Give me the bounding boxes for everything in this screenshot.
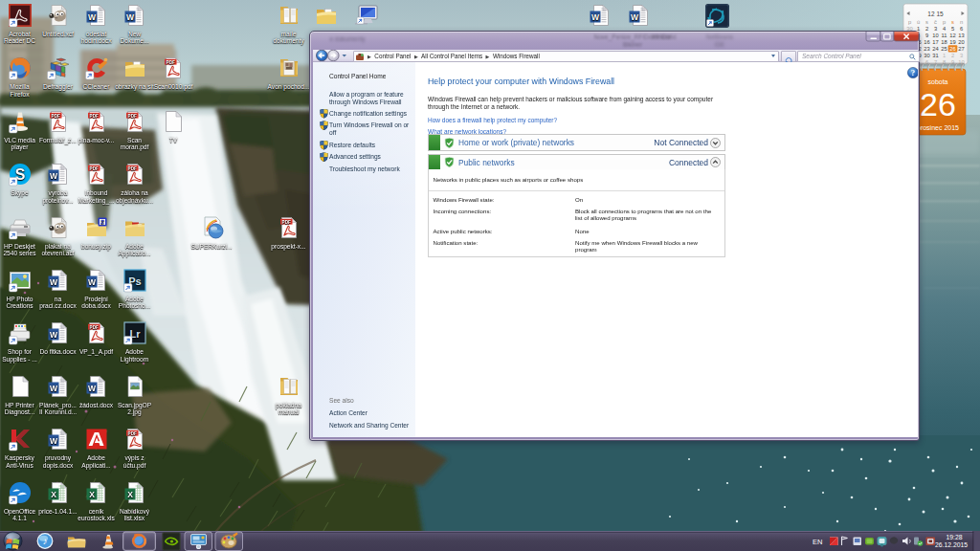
svg-text:27: 27 [958,46,964,52]
svg-text:26.12.2015: 26.12.2015 [935,541,968,548]
svg-text:19: 19 [949,39,955,45]
svg-text:3: 3 [960,53,963,58]
svg-text:17: 17 [932,39,938,45]
svg-text:č: č [934,19,937,25]
svg-text:♪: ♪ [43,536,48,546]
svg-text:sobota: sobota [927,78,947,85]
svg-text:12 15: 12 15 [927,11,944,17]
svg-text:p: p [908,19,911,25]
svg-text:26: 26 [949,46,955,52]
svg-text:18: 18 [941,39,947,45]
svg-text:s: s [925,19,928,25]
svg-text:13: 13 [958,33,964,38]
svg-text:10: 10 [932,33,938,38]
svg-text:31: 31 [932,53,938,58]
svg-text:23: 23 [924,46,929,52]
svg-text:16: 16 [924,39,929,45]
svg-text:p: p [943,19,946,25]
svg-text:s: s [951,19,954,25]
svg-text:?: ? [910,68,914,77]
svg-text:ú: ú [917,19,920,25]
svg-text:5: 5 [951,26,954,32]
svg-text:24: 24 [932,46,939,52]
svg-text:30: 30 [924,53,929,58]
svg-text:19:28: 19:28 [946,534,962,540]
svg-text:26: 26 [920,86,956,122]
svg-text:Z: Z [100,219,104,225]
svg-text:6: 6 [960,26,963,32]
svg-text:2: 2 [951,53,954,58]
svg-text:n: n [960,19,963,25]
svg-text:11: 11 [941,33,947,38]
svg-text:2: 2 [925,26,928,32]
svg-text:25: 25 [941,46,947,52]
svg-text:1: 1 [943,53,946,58]
svg-text:12: 12 [949,33,955,38]
svg-text:9: 9 [925,33,928,38]
svg-text:3: 3 [934,26,937,32]
svg-text:20: 20 [958,39,964,45]
svg-text:prosinec 2015: prosinec 2015 [917,124,959,132]
svg-text:EN: EN [813,538,822,546]
